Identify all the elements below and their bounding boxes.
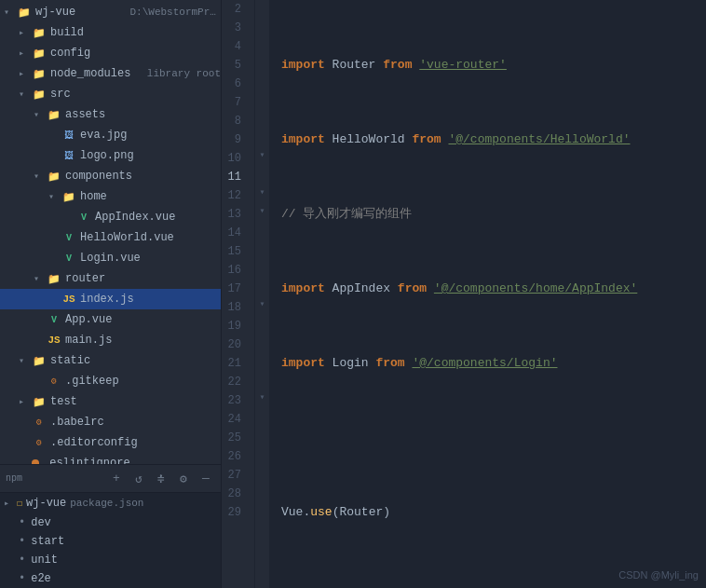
sidebar-item-label: eva.jpg: [80, 129, 221, 142]
refresh-button[interactable]: ↺: [129, 470, 148, 488]
sidebar-item-index-js[interactable]: index.js: [0, 289, 221, 309]
code-area[interactable]: 2 3 4 5 6 7 8 9 10 11 12 13 14 15 16 17: [222, 0, 706, 588]
sidebar-item-router[interactable]: router: [0, 268, 221, 289]
line-numbers: 2 3 4 5 6 7 8 9 10 11 12 13 14 15 16 17: [222, 0, 255, 588]
sidebar-item-eva[interactable]: eva.jpg: [0, 125, 221, 145]
code-text: [441, 130, 449, 149]
line-num: 3: [222, 19, 247, 37]
fold-marker: [255, 335, 269, 354]
line-num: 23: [222, 391, 247, 410]
line-num: 17: [222, 280, 247, 298]
sidebar-item-assets[interactable]: assets: [0, 104, 221, 125]
sidebar-item-label: .editorconfig: [50, 436, 221, 449]
sidebar-item-app-vue[interactable]: App.vue: [0, 309, 221, 330]
fold-marker[interactable]: ▾: [255, 186, 269, 205]
sidebar-item-label: components: [65, 170, 221, 183]
line-num: 25: [222, 429, 247, 447]
sidebar-item-gitkeep[interactable]: .gitkeep: [0, 371, 221, 391]
folder-icon: [32, 394, 47, 409]
hide-button[interactable]: —: [197, 470, 215, 488]
add-button[interactable]: +: [107, 470, 126, 488]
keyword: import: [281, 56, 325, 75]
code-content[interactable]: import Router from 'vue-router' import H…: [270, 0, 706, 588]
settings-button[interactable]: ⚙: [174, 470, 193, 488]
sidebar-item-label: assets: [65, 108, 221, 121]
keyword: from: [383, 56, 412, 75]
collapse-button[interactable]: ≑: [152, 470, 170, 488]
keyword: import: [281, 280, 325, 298]
script-start[interactable]: start: [0, 532, 221, 551]
sidebar: wj-vue D:\WebstormProjects\wj-v build co…: [0, 0, 222, 588]
code-line: import AppIndex from '@/components/home/…: [278, 280, 706, 298]
keyword: from: [398, 280, 427, 298]
script-label: unit: [31, 554, 58, 567]
folder-icon: [17, 5, 32, 20]
import-path: 'vue-router': [419, 56, 507, 75]
sidebar-item-label: .gitkeep: [65, 375, 221, 388]
line-num: 18: [222, 298, 247, 317]
sidebar-item-build[interactable]: build: [0, 22, 221, 43]
line-num: 14: [222, 224, 247, 242]
sidebar-item-eslintignore[interactable]: .eslintignore: [0, 453, 221, 464]
sidebar-item-helloworld[interactable]: HelloWorld.vue: [0, 227, 221, 248]
folder-icon: [32, 353, 47, 368]
arrow-icon: [19, 27, 32, 38]
sidebar-item-login[interactable]: Login.vue: [0, 248, 221, 268]
code-line: import Router from 'vue-router': [278, 56, 706, 75]
vue-icon: [61, 251, 76, 266]
library-root-badge: library root: [147, 68, 221, 79]
fold-marker: [255, 75, 269, 93]
fold-marker: [255, 19, 269, 37]
comment: // 导入刚才编写的组件: [281, 205, 412, 224]
sidebar-item-label: static: [50, 354, 221, 367]
sidebar-item-static[interactable]: static: [0, 350, 221, 371]
sidebar-item-main-js[interactable]: main.js: [0, 330, 221, 350]
sidebar-item-components[interactable]: components: [0, 166, 221, 186]
sidebar-item-label: config: [50, 47, 221, 60]
vue-icon: [61, 230, 76, 245]
script-dev[interactable]: dev: [0, 513, 221, 532]
sidebar-item-home[interactable]: home: [0, 186, 221, 207]
arrow-icon: [4, 7, 17, 18]
fold-marker: [255, 224, 269, 242]
fold-marker: [255, 93, 269, 112]
sidebar-item-logo[interactable]: logo.png: [0, 145, 221, 166]
arrow-icon: [19, 48, 32, 59]
fold-marker[interactable]: ▾: [255, 205, 269, 224]
package-section: ☐ wj-vue package.json dev start unit e2e: [0, 492, 221, 588]
code-line: [278, 429, 706, 447]
line-num: 28: [222, 485, 247, 503]
fold-marker: [255, 466, 269, 485]
line-num: 20: [222, 335, 247, 354]
fold-marker: [255, 112, 269, 130]
line-num: 16: [222, 261, 247, 280]
sidebar-item-test[interactable]: test: [0, 391, 221, 412]
script-unit[interactable]: unit: [0, 551, 221, 569]
code-text: HelloWorld: [325, 130, 413, 149]
sidebar-item-config[interactable]: config: [0, 43, 221, 63]
sidebar-item-babelrc[interactable]: .babelrc: [0, 412, 221, 432]
sidebar-item-appindex[interactable]: AppIndex.vue: [0, 207, 221, 227]
line-num: 22: [222, 373, 247, 391]
sidebar-item-editorconfig[interactable]: .editorconfig: [0, 432, 221, 453]
fold-marker: [255, 242, 269, 261]
folder-icon: [32, 66, 47, 81]
line-num: 9: [222, 130, 247, 149]
arrow-icon: [19, 68, 32, 79]
file-tree[interactable]: wj-vue D:\WebstormProjects\wj-v build co…: [0, 0, 221, 464]
line-num: 19: [222, 317, 247, 335]
fold-marker[interactable]: ▾: [255, 149, 269, 168]
sidebar-item-label: HelloWorld.vue: [80, 231, 221, 244]
code-line: Vue.use(Router): [278, 503, 706, 522]
line-num: 29: [222, 503, 247, 522]
fold-marker[interactable]: ▾: [255, 391, 269, 410]
fold-marker[interactable]: ▾: [255, 298, 269, 317]
js-icon: [47, 333, 61, 348]
script-e2e[interactable]: e2e: [0, 569, 221, 588]
line-num: 21: [222, 354, 247, 373]
sidebar-item-wjvue[interactable]: wj-vue D:\WebstormProjects\wj-v: [0, 2, 221, 22]
package-header[interactable]: ☐ wj-vue package.json: [0, 493, 221, 513]
sidebar-item-src[interactable]: src: [0, 84, 221, 104]
script-label: e2e: [31, 572, 51, 585]
sidebar-item-node-modules[interactable]: node_modules library root: [0, 63, 221, 84]
